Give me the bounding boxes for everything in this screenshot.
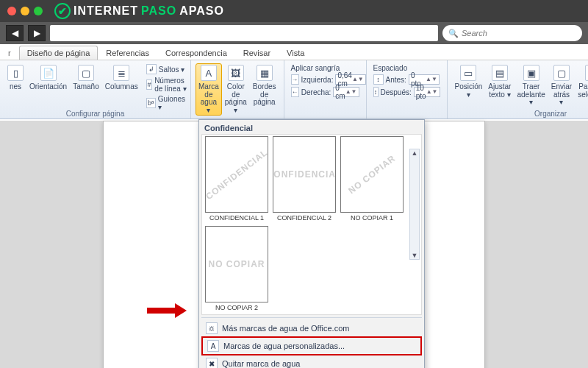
ribbon-group-sangria: Aplicar sangría →Izquierda:0,64 cm▲▼ ←De… — [284, 60, 367, 118]
position-icon: ▭ — [460, 65, 476, 81]
browser-nav-row: ◀ ▶ 🔍 Search — [0, 22, 588, 44]
watermark-dropdown: Confidencial CONFIDENCIAL CONFIDENCIAL 1… — [198, 119, 425, 368]
orientacion-button[interactable]: 📄Orientación — [26, 63, 70, 112]
size-icon: ▢ — [78, 65, 94, 81]
browser-search-input[interactable]: 🔍 Search — [442, 25, 582, 41]
tab-revisar[interactable]: Revisar — [235, 46, 279, 60]
sangria-izquierda-field[interactable]: →Izquierda:0,64 cm▲▼ — [289, 74, 362, 85]
url-bar[interactable] — [50, 25, 438, 41]
more-office-watermarks-item[interactable]: ⛭Más marcas de agua de Office.com — [201, 320, 422, 336]
space-before-icon: ↕ — [373, 74, 384, 85]
remove-watermark-icon: ✖ — [206, 358, 218, 368]
ribbon-group-espaciado: Espaciado ↕Antes:0 pto▲▼ ↕Después:10 pto… — [367, 60, 448, 118]
marca-de-agua-button[interactable]: AMarca de agua ▾ — [196, 63, 222, 116]
indent-right-icon: ← — [291, 87, 299, 97]
watermark-option-confidencial1[interactable]: CONFIDENCIAL CONFIDENCIAL 1 — [205, 136, 268, 222]
nav-back-button[interactable]: ◀ — [6, 25, 24, 41]
hyphen-icon: bª — [146, 98, 156, 108]
ribbon-tab-strip: r Diseño de página Referencias Correspon… — [0, 44, 588, 60]
margenes-button-partial[interactable]: ▯nes — [4, 63, 26, 112]
break-icon: ↲ — [146, 64, 157, 74]
tab-insertar-partial[interactable]: r — [4, 46, 19, 60]
traer-adelante-button[interactable]: ▣Traer adelante ▾ — [514, 63, 548, 108]
posicion-button[interactable]: ▭Posición ▾ — [452, 63, 486, 108]
tab-diseno-pagina[interactable]: Diseño de página — [19, 46, 98, 60]
group-label-organizar: Organizar — [448, 110, 588, 118]
tamano-button[interactable]: ▢Tamaño — [70, 63, 102, 112]
custom-watermark-item[interactable]: AMarcas de agua personalizadas... — [201, 336, 422, 355]
columnas-button[interactable]: ≣Columnas — [102, 63, 141, 112]
maximize-window-icon[interactable] — [34, 7, 43, 15]
callout-arrow-icon — [147, 303, 190, 318]
tab-correspondencia[interactable]: Correspondencia — [157, 46, 235, 60]
numeros-linea-button[interactable]: #Números de línea ▾ — [144, 76, 191, 93]
tab-referencias[interactable]: Referencias — [98, 46, 157, 60]
page-icon: ▯ — [7, 65, 24, 81]
columns-icon: ≣ — [113, 65, 129, 81]
send-back-icon: ▢ — [553, 65, 570, 81]
bordes-pagina-button[interactable]: ▦Bordes de página — [250, 63, 279, 116]
office-icon: ⛭ — [206, 322, 218, 334]
panel-seleccion-button[interactable]: ☰Panel de selección — [575, 63, 588, 108]
ribbon-group-organizar: ▭Posición ▾ ▤Ajustar texto ▾ ▣Traer adel… — [448, 60, 588, 118]
selection-pane-icon: ☰ — [585, 65, 588, 81]
watermark-gallery: CONFIDENCIAL CONFIDENCIAL 1 CONFIDENCIAL… — [201, 134, 422, 315]
nav-forward-button[interactable]: ▶ — [28, 25, 46, 41]
minimize-window-icon[interactable] — [21, 7, 29, 15]
brand-text-2: PASO — [141, 4, 176, 18]
browser-titlebar: ✔ INTERNETPASOAPASO — [0, 0, 588, 22]
dropdown-separator — [201, 317, 422, 318]
brand-text-1: INTERNET — [74, 4, 138, 18]
watermark-icon: A — [201, 65, 217, 81]
close-window-icon[interactable] — [7, 7, 16, 15]
dropdown-section-confidencial: Confidencial — [201, 122, 422, 134]
search-icon: 🔍 — [448, 29, 459, 38]
espaciado-despues-field[interactable]: ↕Después:10 pto▲▼ — [371, 86, 442, 98]
ajustar-texto-button[interactable]: ▤Ajustar texto ▾ — [485, 63, 514, 108]
indent-left-icon: → — [291, 74, 299, 85]
tab-vista[interactable]: Vista — [279, 46, 312, 60]
enviar-atras-button[interactable]: ▢Enviar atrás ▾ — [548, 63, 575, 108]
wrap-text-icon: ▤ — [492, 65, 508, 81]
watermark-option-nocopiar2[interactable]: NO COPIAR NO COPIAR 2 — [205, 226, 268, 311]
site-brand: ✔ INTERNETPASOAPASO — [54, 3, 224, 19]
espaciado-antes-field[interactable]: ↕Antes:0 pto▲▼ — [371, 74, 442, 85]
group-label-configurar: Configurar página — [0, 110, 190, 118]
page-color-icon: 🖼 — [228, 65, 244, 81]
custom-watermark-icon: A — [207, 340, 219, 352]
ribbon-group-configurar-pagina: ▯nes 📄Orientación ▢Tamaño ≣Columnas ↲Sal… — [0, 60, 191, 118]
saltos-button[interactable]: ↲Saltos ▾ — [144, 63, 191, 75]
espaciado-title: Espaciado — [371, 63, 442, 73]
brand-text-3: APASO — [179, 4, 224, 18]
color-pagina-button[interactable]: 🖼Color de página ▾ — [222, 63, 250, 116]
gallery-scrollbar[interactable]: ▲▼ — [409, 149, 420, 260]
remove-watermark-item[interactable]: ✖Quitar marca de agua — [201, 355, 422, 368]
ribbon: ▯nes 📄Orientación ▢Tamaño ≣Columnas ↲Sal… — [0, 60, 588, 119]
bring-forward-icon: ▣ — [523, 65, 539, 81]
search-placeholder: Search — [462, 29, 487, 38]
page-border-icon: ▦ — [257, 65, 273, 81]
ribbon-group-fondo-pagina: AMarca de agua ▾ 🖼Color de página ▾ ▦Bor… — [191, 60, 284, 118]
watermark-option-nocopiar1[interactable]: NO COPIAR NO COPIAR 1 — [340, 136, 404, 222]
space-after-icon: ↕ — [373, 87, 379, 97]
line-numbers-icon: # — [146, 79, 152, 90]
watermark-option-confidencial2[interactable]: CONFIDENCIAL CONFIDENCIAL 2 — [273, 136, 336, 222]
brand-logo-icon: ✔ — [54, 3, 71, 19]
orientation-icon: 📄 — [40, 65, 57, 81]
sangria-derecha-field[interactable]: ←Derecha:0 cm▲▼ — [289, 86, 362, 98]
